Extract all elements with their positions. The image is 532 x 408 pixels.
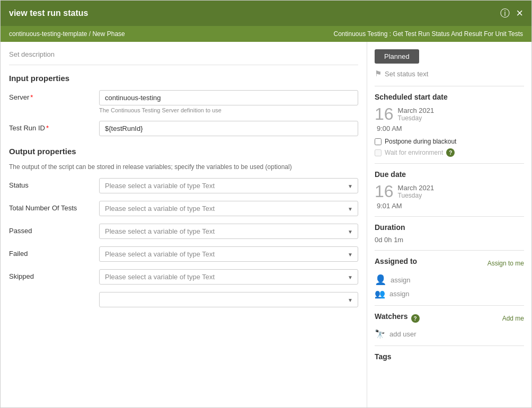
failed-select-wrapper: Please select a variable of type Text [99, 246, 358, 262]
total-number-row: Total Number Of Tests Please select a va… [9, 201, 358, 216]
skipped-select-wrapper: Please select a variable of type Text [99, 269, 358, 285]
set-status-row: ⚑ Set status text [375, 69, 524, 78]
set-status-text[interactable]: Set status text [385, 70, 428, 78]
header-icons: ⓘ × [500, 6, 523, 20]
assign-placeholder-1[interactable]: assign [391, 276, 411, 284]
modal-header: view test run status ⓘ × [1, 1, 531, 26]
divider-2 [375, 163, 524, 164]
divider-5 [375, 305, 524, 306]
watchers-title-wrap: Watchers ? [375, 312, 420, 325]
failed-label: Failed [9, 246, 99, 258]
postpone-row: Postpone during blackout [375, 138, 524, 145]
add-user-row: 🔭 add user [375, 329, 524, 339]
status-select[interactable]: Please select a variable of type Text [99, 178, 358, 193]
output-section: Output properties The output of the scri… [9, 147, 358, 307]
skipped-row: Skipped Please select a variable of type… [9, 269, 358, 285]
due-time: 9:01 AM [377, 202, 524, 210]
output-section-title: Output properties [9, 147, 358, 156]
wait-env-help-icon[interactable]: ? [446, 148, 455, 157]
duration-value: 0d 0h 1m [375, 236, 524, 244]
server-hint: The Continuous Testing Server definition… [99, 107, 358, 113]
extra-select-wrapper [99, 292, 358, 307]
assign-to-me-link[interactable]: Assign to me [487, 260, 524, 267]
divider-6 [375, 345, 524, 346]
input-section-title: Input properties [9, 74, 358, 83]
assign-row-2: 👥 assign [375, 289, 524, 299]
modal-subheader: continuous-testing-template / New Phase … [1, 26, 531, 42]
extra-select[interactable] [99, 292, 358, 307]
passed-select[interactable]: Please select a variable of type Text [99, 224, 358, 239]
wait-env-row: Wait for environment ? [375, 148, 524, 157]
test-run-id-label: Test Run ID* [9, 121, 99, 132]
flag-icon: ⚑ [375, 69, 382, 78]
test-run-id-row: Test Run ID* [9, 121, 358, 136]
divider-3 [375, 216, 524, 217]
start-date-display: 16 March 2021 Tuesday [375, 105, 524, 122]
total-number-select-wrapper: Please select a variable of type Text [99, 201, 358, 216]
total-number-select[interactable]: Please select a variable of type Text [99, 201, 358, 216]
server-row: Server* The Continuous Testing Server de… [9, 90, 358, 113]
scheduled-start-date-title: Scheduled start date [375, 93, 524, 101]
info-icon[interactable]: ⓘ [500, 7, 510, 20]
add-user-label[interactable]: add user [389, 330, 416, 338]
postpone-label: Postpone during blackout [385, 138, 456, 145]
group-icon: 👥 [375, 289, 385, 299]
start-date-info: March 2021 Tuesday [398, 107, 435, 122]
main-panel: Set description Input properties Server*… [1, 42, 367, 407]
test-run-id-input-wrap [99, 121, 358, 136]
output-description: The output of the script can be stored i… [9, 163, 358, 171]
due-day: 16 [375, 183, 394, 200]
server-label: Server* [9, 90, 99, 101]
server-input-wrap: The Continuous Testing Server definition… [99, 90, 358, 113]
assign-placeholder-2[interactable]: assign [389, 290, 410, 298]
total-number-label: Total Number Of Tests [9, 201, 99, 212]
due-date-display: 16 March 2021 Tuesday [375, 183, 524, 200]
binoculars-icon: 🔭 [375, 329, 385, 339]
assigned-title: Assigned to [375, 257, 417, 265]
extra-row [9, 292, 358, 307]
close-icon[interactable]: × [516, 6, 523, 20]
failed-row: Failed Please select a variable of type … [9, 246, 358, 262]
planned-button[interactable]: Planned [375, 49, 419, 64]
start-weekday: Tuesday [398, 114, 435, 122]
start-time: 9:00 AM [377, 125, 524, 132]
assigned-header: Assigned to Assign to me [375, 257, 524, 270]
passed-label: Passed [9, 224, 99, 235]
due-date-info: March 2021 Tuesday [398, 184, 435, 199]
tags-title: Tags [375, 352, 524, 361]
postpone-checkbox[interactable] [375, 138, 382, 145]
wait-env-label: Wait for environment [385, 149, 443, 156]
modal-container: view test run status ⓘ × continuous-test… [0, 0, 532, 408]
side-panel: Planned ⚑ Set status text Scheduled star… [367, 42, 531, 407]
duration-title: Duration [375, 223, 524, 232]
extra-label [9, 292, 99, 295]
assign-row-1: 👤 assign [375, 274, 524, 286]
failed-select[interactable]: Please select a variable of type Text [99, 246, 358, 262]
wait-env-checkbox[interactable] [375, 149, 382, 156]
watchers-help-icon[interactable]: ? [411, 314, 420, 323]
skipped-label: Skipped [9, 269, 99, 280]
add-me-link[interactable]: Add me [502, 315, 524, 322]
context-label: Continuous Testing : Get Test Run Status… [333, 30, 523, 38]
due-weekday: Tuesday [398, 192, 435, 199]
status-select-wrapper: Please select a variable of type Text [99, 178, 358, 193]
status-label: Status [9, 178, 99, 189]
start-month: March 2021 [398, 107, 435, 114]
test-run-id-input[interactable] [99, 121, 358, 136]
watchers-header: Watchers ? Add me [375, 312, 524, 325]
modal-title: view test run status [9, 8, 88, 18]
divider-1 [375, 86, 524, 86]
passed-select-wrapper: Please select a variable of type Text [99, 224, 358, 239]
server-input[interactable] [99, 90, 358, 105]
start-day: 16 [375, 105, 394, 122]
passed-row: Passed Please select a variable of type … [9, 224, 358, 239]
breadcrumb: continuous-testing-template / New Phase [9, 30, 125, 38]
watchers-title: Watchers [375, 312, 408, 321]
status-row: Status Please select a variable of type … [9, 178, 358, 193]
modal-body: Set description Input properties Server*… [1, 42, 531, 407]
set-description[interactable]: Set description [9, 50, 358, 65]
due-date-title: Due date [375, 170, 524, 179]
person-icon-1: 👤 [375, 274, 386, 286]
skipped-select[interactable]: Please select a variable of type Text [99, 269, 358, 285]
divider-4 [375, 250, 524, 251]
